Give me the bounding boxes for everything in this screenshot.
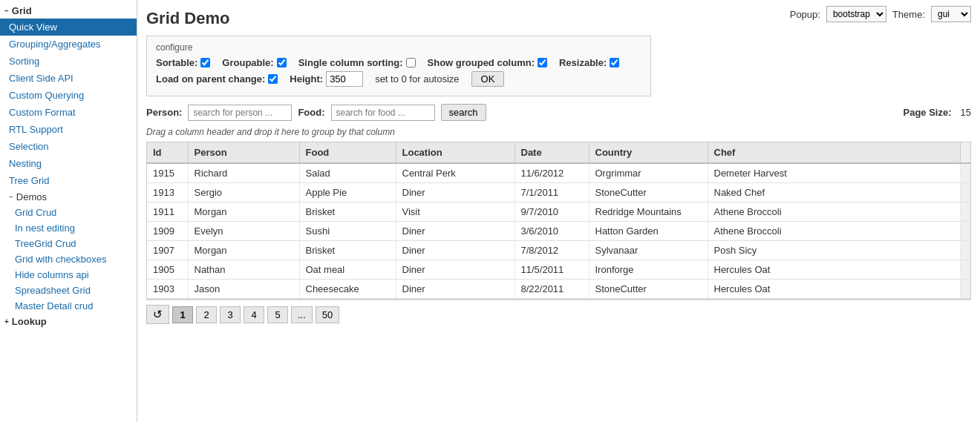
sidebar-item-sorting[interactable]: Sorting: [0, 53, 137, 70]
cell-date: 9/7/2010: [514, 202, 589, 222]
cell-chef: Naked Chef: [708, 183, 960, 202]
sidebar-item-nesting[interactable]: Nesting: [0, 155, 137, 172]
groupable-label: Groupable:: [222, 57, 273, 68]
cell-id: 1911: [147, 202, 188, 222]
single-col-sort-label: Single column sorting:: [298, 57, 403, 68]
page-btn-5[interactable]: 5: [267, 306, 288, 323]
sortable-checkbox[interactable]: [200, 58, 210, 67]
table-row[interactable]: 1909EvelynSushiDiner3/6/2010Hatton Garde…: [147, 222, 970, 241]
sidebar-item-custom-format[interactable]: Custom Format: [0, 104, 137, 121]
cell-date: 7/8/2012: [514, 241, 589, 260]
demos-label: Demos: [16, 191, 47, 202]
page-btn-50[interactable]: 50: [316, 306, 339, 323]
show-grouped-checkbox[interactable]: [538, 58, 547, 67]
cell-food: Apple Pie: [299, 183, 396, 202]
grid-section-toggle: −: [4, 7, 9, 15]
col-header-person[interactable]: Person: [188, 142, 299, 163]
sidebar-item-hide-columns[interactable]: Hide columns api: [0, 267, 137, 283]
cell-chef: Posh Sicy: [708, 241, 960, 260]
cell-country: Ironforge: [589, 260, 708, 280]
popup-select[interactable]: bootstrap jquery native: [826, 6, 886, 22]
height-input[interactable]: [326, 71, 363, 87]
cell-food: Brisket: [299, 202, 396, 222]
search-button[interactable]: search: [441, 104, 486, 121]
page-btn-1[interactable]: 1: [172, 306, 193, 323]
sidebar-item-in-nest-editing[interactable]: In nest editing: [0, 220, 137, 236]
scroll-spacer: [960, 183, 970, 202]
col-header-date[interactable]: Date: [514, 142, 589, 163]
refresh-button[interactable]: ↺: [146, 305, 169, 324]
pagination: ↺ 1 2 3 4 5 ... 50: [146, 300, 971, 326]
autosize-hint: set to 0 for autosize: [375, 73, 459, 85]
grid-body: 1915RichardSaladCentral Perk11/6/2012Org…: [147, 163, 970, 299]
table-row[interactable]: 1905NathanOat mealDiner11/5/2011Ironforg…: [147, 260, 970, 280]
cell-location: Diner: [396, 222, 514, 241]
resizable-checkbox[interactable]: [610, 58, 619, 67]
sidebar-item-client-side-api[interactable]: Client Side API: [0, 70, 137, 87]
col-header-id[interactable]: Id: [147, 142, 188, 163]
person-search-input[interactable]: [188, 105, 292, 121]
grid-wrapper: Id Person Food Location Date Country Che…: [146, 142, 971, 300]
grid-table: Id Person Food Location Date Country Che…: [147, 142, 970, 299]
table-row[interactable]: 1911MorganBrisketVisit9/7/2010Redridge M…: [147, 202, 970, 222]
cell-date: 11/5/2011: [514, 260, 589, 280]
height-config: Height:: [290, 71, 363, 87]
col-header-food[interactable]: Food: [299, 142, 396, 163]
sidebar-item-selection[interactable]: Selection: [0, 138, 137, 155]
lookup-toggle: +: [4, 317, 9, 326]
sidebar-item-tree-grid[interactable]: Tree Grid: [0, 172, 137, 189]
table-row[interactable]: 1913SergioApple PieDiner7/1/2011StoneCut…: [147, 183, 970, 202]
sidebar-lookup-section[interactable]: + Lookup: [0, 314, 137, 329]
main-content: Popup: bootstrap jquery native Theme: gu…: [137, 0, 980, 422]
col-header-location[interactable]: Location: [396, 142, 514, 163]
cell-country: Orgrimmar: [589, 163, 708, 183]
sidebar-item-grouping[interactable]: Grouping/Aggregates: [0, 36, 137, 53]
cell-country: StoneCutter: [589, 183, 708, 202]
scroll-spacer: [960, 241, 970, 260]
scroll-spacer: [960, 222, 970, 241]
ok-button[interactable]: OK: [471, 71, 505, 87]
table-row[interactable]: 1907MorganBrisketDiner7/8/2012SylvanaarP…: [147, 241, 970, 260]
sidebar-item-master-detail[interactable]: Master Detail crud: [0, 298, 137, 314]
cell-date: 7/1/2011: [514, 183, 589, 202]
cell-chef: Athene Broccoli: [708, 222, 960, 241]
sidebar-items: Quick View Grouping/Aggregates Sorting C…: [0, 19, 137, 189]
load-parent-checkbox[interactable]: [268, 74, 278, 84]
cell-person: Morgan: [188, 241, 299, 260]
food-search-input[interactable]: [331, 105, 435, 121]
groupable-checkbox[interactable]: [277, 58, 287, 67]
sidebar-grid-section[interactable]: − Grid: [0, 3, 137, 19]
scroll-spacer: [960, 202, 970, 222]
table-row[interactable]: 1915RichardSaladCentral Perk11/6/2012Org…: [147, 163, 970, 183]
page-btn-ellipsis[interactable]: ...: [291, 306, 313, 323]
cell-id: 1915: [147, 163, 188, 183]
cell-food: Sushi: [299, 222, 396, 241]
col-header-chef[interactable]: Chef: [708, 142, 960, 163]
theme-select[interactable]: gui dark light: [931, 6, 971, 22]
sidebar-item-spreadsheet-grid[interactable]: Spreadsheet Grid: [0, 283, 137, 298]
person-label: Person:: [146, 107, 182, 118]
col-header-country[interactable]: Country: [589, 142, 708, 163]
cell-chef: Demeter Harvest: [708, 163, 960, 183]
page-btn-2[interactable]: 2: [196, 306, 217, 323]
search-bar: Person: Food: search Page Size: 15: [146, 104, 971, 121]
sidebar-item-treegrid-crud[interactable]: TreeGrid Crud: [0, 236, 137, 251]
sidebar-item-custom-querying[interactable]: Custom Querying: [0, 87, 137, 104]
cell-country: Redridge Mountains: [589, 202, 708, 222]
sidebar-demos-header[interactable]: − Demos: [0, 189, 137, 205]
sidebar-item-grid-checkboxes[interactable]: Grid with checkboxes: [0, 251, 137, 267]
cell-chef: Athene Broccoli: [708, 202, 960, 222]
cell-person: Evelyn: [188, 222, 299, 241]
sidebar-lookup-label: Lookup: [12, 316, 47, 327]
page-btn-3[interactable]: 3: [220, 306, 241, 323]
page-size-value: 15: [961, 107, 971, 118]
page-btn-4[interactable]: 4: [244, 306, 264, 323]
scroll-spacer: [960, 260, 970, 280]
sidebar-item-quick-view[interactable]: Quick View: [0, 19, 137, 36]
configure-row-1: Sortable: Groupable: Single column sorti…: [156, 57, 641, 68]
show-grouped-label: Show grouped column:: [428, 57, 535, 68]
sidebar-item-grid-crud[interactable]: Grid Crud: [0, 205, 137, 220]
sidebar-item-rtl-support[interactable]: RTL Support: [0, 121, 137, 138]
single-col-sort-checkbox[interactable]: [406, 58, 416, 67]
table-row[interactable]: 1903JasonCheesecakeDiner8/22/2011StoneCu…: [147, 280, 970, 299]
